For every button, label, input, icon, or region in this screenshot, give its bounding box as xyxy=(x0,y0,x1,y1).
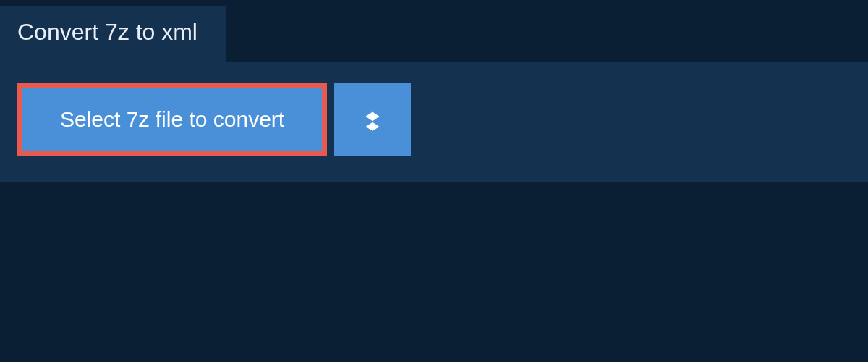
button-row: Select 7z file to convert xyxy=(17,83,851,156)
tab-label: Convert 7z to xml xyxy=(17,19,197,45)
dropbox-button[interactable] xyxy=(334,83,411,156)
tab-convert[interactable]: Convert 7z to xml xyxy=(0,6,226,62)
tab-bar: Convert 7z to xml xyxy=(0,0,868,62)
select-file-label: Select 7z file to convert xyxy=(60,109,284,130)
conversion-panel: Select 7z file to convert xyxy=(0,62,868,182)
dropbox-icon xyxy=(359,105,386,135)
select-file-button[interactable]: Select 7z file to convert xyxy=(17,83,327,156)
